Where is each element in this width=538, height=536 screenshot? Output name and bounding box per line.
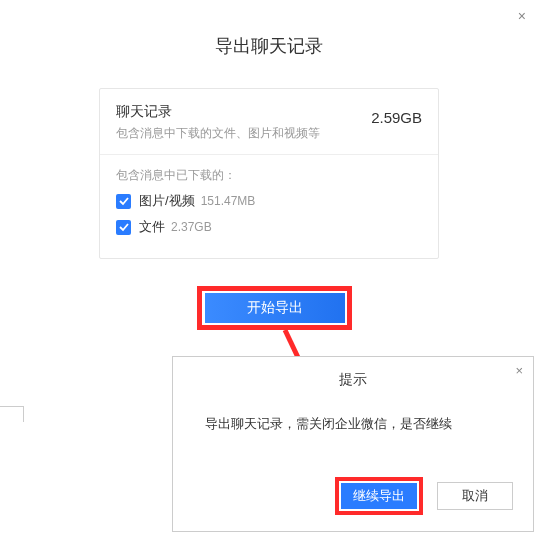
card-header: 聊天记录 包含消息中下载的文件、图片和视频等 2.59GB [100,89,438,154]
chat-label: 聊天记录 [116,103,320,121]
highlight-box-start: 开始导出 [197,286,352,330]
item-label: 文件 [139,218,165,236]
total-size: 2.59GB [371,109,422,126]
confirm-dialog: × 提示 导出聊天记录，需关闭企业微信，是否继续 继续导出 取消 [172,356,534,532]
close-icon[interactable]: × [515,363,523,378]
list-item: 文件 2.37GB [116,218,422,236]
page-title: 导出聊天记录 [0,0,538,58]
dialog-body: 导出聊天记录，需关闭企业微信，是否继续 [173,389,533,435]
checkbox-files[interactable] [116,220,131,235]
card-body: 包含消息中已下载的： 图片/视频 151.47MB 文件 2.37GB [100,155,438,258]
checkbox-images[interactable] [116,194,131,209]
check-icon [119,196,129,206]
window-edge-fragment [0,406,24,422]
item-size: 151.47MB [201,194,256,208]
continue-export-button[interactable]: 继续导出 [341,483,417,509]
chat-desc: 包含消息中下载的文件、图片和视频等 [116,125,320,142]
item-label: 图片/视频 [139,192,195,210]
dialog-title: 提示 [173,357,533,389]
check-icon [119,222,129,232]
downloaded-label: 包含消息中已下载的： [116,167,422,184]
item-size: 2.37GB [171,220,212,234]
close-icon[interactable]: × [518,8,526,24]
list-item: 图片/视频 151.47MB [116,192,422,210]
cancel-button[interactable]: 取消 [437,482,513,510]
highlight-box-continue: 继续导出 [335,477,423,515]
dialog-actions: 继续导出 取消 [335,477,513,515]
chat-records-card: 聊天记录 包含消息中下载的文件、图片和视频等 2.59GB 包含消息中已下载的：… [99,88,439,259]
start-export-button[interactable]: 开始导出 [205,293,345,323]
